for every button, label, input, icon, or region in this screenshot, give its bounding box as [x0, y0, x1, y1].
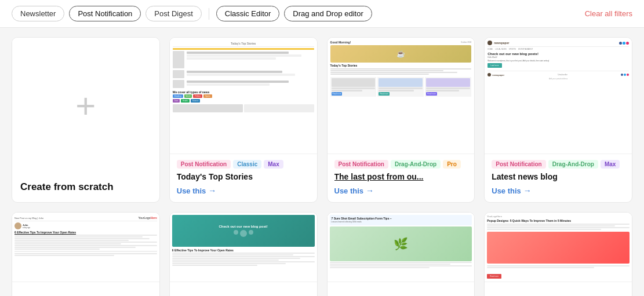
check-out-footer [170, 282, 317, 296]
filter-bar: Newsletter Post Notification Post Digest… [0, 0, 644, 28]
popup-designs-thumbnail: YourLogoHere Popup Designs: 5 Quick Ways… [485, 213, 632, 282]
clear-filters-button[interactable]: Clear all filters [585, 9, 632, 18]
check-out-blog-card: Check out our new blog post! 6 Effective… [169, 212, 318, 296]
filter-post-digest[interactable]: Post Digest [145, 6, 201, 21]
use-this-arrow-3: → [523, 186, 532, 195]
tag-post-notification-3: Post Notification [492, 160, 545, 169]
template-grid: + Create from scratch Today's Top Storie… [0, 28, 644, 296]
new-post-thumbnail: New Post on my Blog | John YourLogoHere … [12, 213, 159, 282]
tag-post-notification: Post Notification [177, 160, 231, 169]
tag-max: Max [264, 160, 283, 169]
filter-classic-editor[interactable]: Classic Editor [216, 6, 279, 21]
last-post-title: The last post from ou... [334, 172, 468, 181]
last-post-card: Good Morning! October 2024 ☕ Today's Top… [327, 37, 475, 203]
top-stories-tags: Post Notification Classic Max [177, 160, 310, 169]
new-post-footer [12, 282, 159, 296]
plus-icon: + [75, 89, 96, 123]
tag-post-notification-2: Post Notification [334, 160, 388, 169]
popup-designs-card: YourLogoHere Popup Designs: 5 Quick Ways… [484, 212, 632, 296]
scratch-footer: Create from scratch [12, 174, 159, 202]
tag-drag-drop-2: Drag-And-Drop [548, 160, 598, 169]
check-out-thumbnail: Check out our new blog post! 6 Effective… [170, 213, 317, 282]
filter-post-notification[interactable]: Post Notification [69, 6, 141, 21]
filter-divider [209, 8, 209, 20]
use-this-last-post[interactable]: Use this → [334, 186, 374, 195]
top-stories-thumbnail: Today's Top Stories [170, 38, 317, 154]
use-this-top-stories[interactable]: Use this → [177, 186, 217, 195]
top-stories-title: Today's Top Stories [177, 172, 310, 181]
use-this-latest-news[interactable]: Use this → [492, 186, 532, 195]
new-post-blog-card: New Post on my Blog | John YourLogoHere … [12, 212, 160, 296]
last-post-tags: Post Notification Drag-And-Drop Pro [334, 160, 468, 169]
filter-drag-drop-editor[interactable]: Drag and Drop editor [284, 6, 372, 21]
use-this-arrow: → [208, 186, 216, 195]
top-stories-footer: Post Notification Classic Max Today's To… [170, 154, 317, 202]
last-post-footer: Post Notification Drag-And-Drop Pro The … [328, 154, 475, 202]
latest-news-thumbnail: newspaper HOME LOCAL NEWS SPORTS ENTERTA… [485, 38, 632, 154]
tag-max-2: Max [601, 160, 620, 169]
tag-drag-drop: Drag-And-Drop [391, 160, 441, 169]
7-sure-shot-footer [328, 282, 475, 296]
scratch-thumbnail: + [12, 38, 159, 174]
top-stories-card: Today's Top Stories [169, 37, 318, 203]
7-sure-shot-thumbnail: 7 Sure Shot Email Subscription Form Tips… [328, 213, 475, 282]
latest-news-card: newspaper HOME LOCAL NEWS SPORTS ENTERTA… [484, 37, 632, 203]
latest-news-tags: Post Notification Drag-And-Drop Max [492, 160, 625, 169]
7-sure-shot-card: 7 Sure Shot Email Subscription Form Tips… [327, 212, 475, 296]
use-this-arrow-2: → [366, 186, 374, 195]
tag-classic: Classic [233, 160, 261, 169]
popup-designs-footer [485, 282, 632, 296]
tag-pro: Pro [443, 160, 461, 169]
last-post-thumbnail: Good Morning! October 2024 ☕ Today's Top… [328, 38, 475, 154]
filter-newsletter[interactable]: Newsletter [12, 6, 64, 21]
latest-news-footer: Post Notification Drag-And-Drop Max Late… [485, 154, 632, 202]
scratch-title: Create from scratch [20, 181, 151, 193]
latest-news-title: Latest news blog [492, 172, 625, 181]
create-scratch-card: + Create from scratch [12, 37, 160, 203]
